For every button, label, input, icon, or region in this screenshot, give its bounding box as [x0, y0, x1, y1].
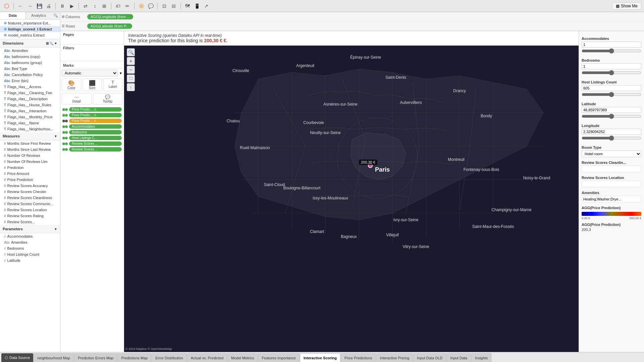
sidebar-item-review-scores-location[interactable]: #Review Scores Location [0, 207, 60, 213]
marks-tooltip-btn[interactable]: 💬 Tooltip [93, 93, 123, 105]
sidebar-item-bed-type[interactable]: AbcBed Type [0, 66, 60, 72]
tab-neighbourhood-map[interactable]: neighbourhood Map [34, 353, 74, 362]
param-dropdown-5[interactable]: Hotel room [582, 150, 641, 157]
dimensions-header[interactable]: Dimensions ⊞ 🔍 ▼ [0, 39, 60, 48]
tab-prediction-errors-map[interactable]: Prediction Errors Map [74, 353, 117, 362]
swap-icon[interactable]: ⇄ [82, 2, 90, 10]
run-icon[interactable]: ▶ [68, 2, 76, 10]
sidebar-item-number-of-reviews-ltm[interactable]: #Number Of Reviews Ltm [0, 159, 60, 165]
sidebar-item-review-scores-rating[interactable]: #Review Scores Rating [0, 213, 60, 219]
sidebar-item-number-of-reviews[interactable]: #Number Of Reviews [0, 153, 60, 159]
datasource-listings[interactable]: ⊞ listings_scored_t Extract [0, 26, 60, 32]
highlight-icon[interactable]: 🔆 [137, 2, 145, 10]
sidebar-item-accommodates[interactable]: #Accommodates [0, 233, 60, 239]
marks-label-btn[interactable]: T Label [103, 78, 122, 91]
map-pan-btn[interactable]: ↕ [127, 83, 135, 91]
print-icon[interactable]: 🖨 [45, 2, 53, 10]
show-me-button[interactable]: ▦ Show Me [612, 2, 641, 10]
param-slider-4[interactable] [582, 135, 641, 141]
datasource-model[interactable]: ⊞ model_metrics Extract [0, 32, 60, 38]
columns-pill[interactable]: AGG(Longitude (from ... [87, 14, 133, 19]
parameters-header[interactable]: Parameters ▼ [0, 225, 60, 233]
param-text-7[interactable] [582, 181, 641, 187]
tab-actual-vs.-predicted[interactable]: Actual vs. Predicted [187, 353, 227, 362]
sidebar-item-amenities[interactable]: AbcAmenities [0, 239, 60, 245]
param-input-3[interactable] [582, 107, 641, 113]
marks-item-3[interactable]: Accommodates [62, 124, 122, 129]
save-icon[interactable]: 💾 [35, 2, 43, 10]
marks-color-btn[interactable]: 🎨 Color [62, 78, 81, 91]
fit-icon[interactable]: ⊡ [160, 2, 168, 10]
tab-input-data-old[interactable]: Input Data OLD [413, 353, 446, 362]
param-slider-1[interactable] [582, 70, 641, 75]
sidebar-item-flags_has__neighborhoo...[interactable]: TFlags_Has__Neighborhoo... [0, 126, 60, 132]
marks-item-4[interactable]: Bedrooms [62, 129, 122, 135]
marks-pill-4[interactable]: Bedrooms [69, 130, 122, 134]
pause-icon[interactable]: ⏸ [58, 2, 66, 10]
sidebar-item-flags_has__name[interactable]: TFlags_Has__Name [0, 120, 60, 126]
fix-icon[interactable]: ⊟ [170, 2, 178, 10]
marks-detail-btn[interactable]: ⋯ Detail [62, 93, 92, 105]
sidebar-item-amenities[interactable]: AbcAmenities [0, 48, 60, 54]
sidebar-item-flags_has__house_rules[interactable]: TFlags_Has__House_Rules [0, 102, 60, 108]
marks-pill-3[interactable]: Accommodates [69, 124, 122, 129]
param-slider-2[interactable] [582, 92, 641, 97]
map-zoom-in-btn[interactable]: + [127, 57, 135, 65]
param-slider-3[interactable] [582, 114, 641, 119]
param-text-8[interactable] [582, 196, 641, 202]
marks-item-7[interactable]: Review Scores ... [62, 146, 122, 152]
tab-input-data[interactable]: Input Data [446, 353, 471, 362]
param-slider-0[interactable] [582, 48, 641, 54]
marks-size-btn[interactable]: ⬛ Size [83, 78, 102, 91]
sidebar-search-icon[interactable]: 🔍 [51, 12, 60, 19]
map-icon[interactable]: 🗺 [183, 2, 192, 10]
marks-pill-7[interactable]: Review Scores ... [69, 147, 122, 152]
sidebar-item-months-since-first-review[interactable]: #Months Since First Review [0, 140, 60, 146]
param-input-0[interactable] [582, 42, 641, 48]
tab-interactive-scoring[interactable]: Interactive Scoring [300, 353, 340, 362]
tab-predictions-map[interactable]: Predictions Map [117, 353, 151, 362]
marks-item-2[interactable]: Price Predic... ⚠ [62, 118, 122, 124]
sort-icon[interactable]: ↕ [91, 2, 99, 10]
group-icon[interactable]: ⊞ [100, 2, 108, 10]
marks-pill-5[interactable]: Host Listings C... [69, 136, 122, 140]
marks-item-6[interactable]: Review Scores ... [62, 141, 122, 146]
marks-pill-2[interactable]: Price Predic... ⚠ [69, 119, 122, 123]
marks-pill-1[interactable]: Price Predic... ⚠ [69, 113, 122, 117]
marks-item-0[interactable]: Price Predic... ⚠ [62, 107, 122, 112]
map-area[interactable]: 🔍 + − ⛶ ↕ Épinay-sur-SeineArgenteuilAsni… [124, 46, 579, 352]
param-input-1[interactable] [582, 63, 641, 69]
marks-pill-6[interactable]: Review Scores ... [69, 141, 122, 146]
tab-interactive-pricing[interactable]: Interactive Pricing [376, 353, 413, 362]
sidebar-item-price-prediction[interactable]: #Price Prediction [0, 177, 60, 183]
sidebar-item-review-scores-checkin[interactable]: #Review Scores Checkin [0, 189, 60, 195]
dimensions-search-icon[interactable]: 🔍 [49, 42, 53, 45]
sidebar-item-error-(bin)[interactable]: AbcError (bin) [0, 78, 60, 84]
sidebar-item-flags_has__access[interactable]: TFlags_Has__Access [0, 84, 60, 90]
annotate-icon[interactable]: ✏ [123, 2, 131, 10]
tab-model-metrics[interactable]: Model Metrics [227, 353, 258, 362]
marks-item-5[interactable]: Host Listings C... [62, 135, 122, 141]
sidebar-item-prediction[interactable]: #Prediction [0, 165, 60, 171]
data-tab[interactable]: Data [0, 12, 26, 19]
label-icon[interactable]: 🏷 [114, 2, 122, 10]
undo-icon[interactable]: ← [16, 2, 24, 10]
tab-insights[interactable]: Insights [471, 353, 491, 362]
map-zoom-out-btn[interactable]: − [127, 66, 135, 74]
sidebar-item-bathrooms-(copy)[interactable]: Abcbathrooms (copy) [0, 54, 60, 60]
param-text-6[interactable] [582, 166, 641, 172]
tab-price-predictions[interactable]: Price Predictions [341, 353, 376, 362]
rows-pill[interactable]: AGG(Latitude (from P... [87, 23, 132, 29]
sidebar-item-bathrooms-(group)[interactable]: Abcbathrooms (group) [0, 60, 60, 66]
marks-item-1[interactable]: Price Predic... ⚠ [62, 112, 122, 118]
sidebar-item-review-scores-communic...[interactable]: #Review Scores Communic... [0, 201, 60, 207]
tab-features-importance[interactable]: Features Importance [258, 353, 300, 362]
map-fullscreen-btn[interactable]: ⛶ [127, 74, 135, 82]
sidebar-item-review-scores...[interactable]: #Review Scores... [0, 219, 60, 225]
param-input-2[interactable] [582, 85, 641, 91]
sidebar-item-flags_has__description[interactable]: TFlags_Has__Description [0, 96, 60, 102]
sidebar-item-flags_has__cleaning_fee[interactable]: TFlags_Has__Cleaning_Fee [0, 90, 60, 96]
sidebar-item-price-amount[interactable]: #Price Amount [0, 171, 60, 177]
sidebar-item-bedrooms[interactable]: #Bedrooms [0, 245, 60, 251]
param-input-4[interactable] [582, 129, 641, 135]
